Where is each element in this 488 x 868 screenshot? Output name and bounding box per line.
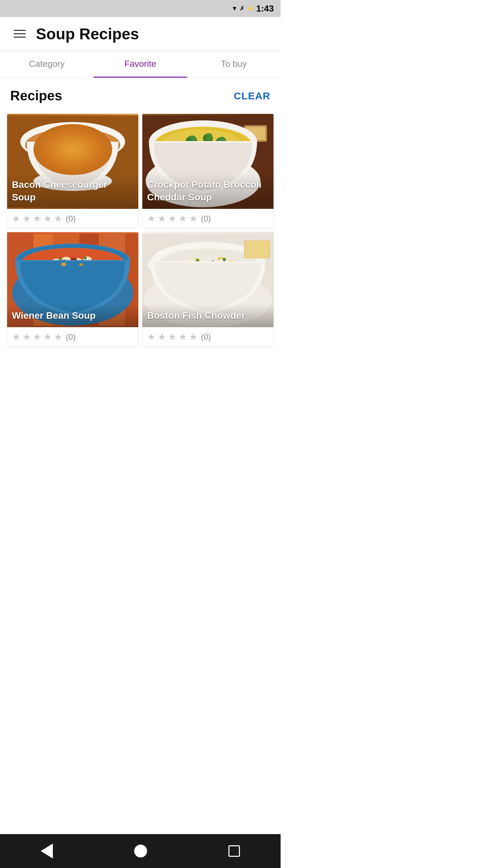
review-count-4: (0)	[201, 332, 211, 342]
star-3: ★	[168, 331, 177, 342]
tab-category[interactable]: Category	[0, 51, 94, 78]
svg-rect-9	[80, 128, 86, 145]
svg-rect-101	[245, 242, 269, 257]
recipe-footer-2: ★ ★ ★ ★ ★ (0)	[142, 209, 273, 228]
star-4: ★	[43, 213, 52, 224]
svg-rect-10	[62, 133, 66, 148]
app-title: Soup Recipes	[36, 25, 139, 43]
recipe-name-boston-fish-chowder: Boston Fish Chowder	[147, 310, 245, 321]
tab-category-label: Category	[29, 59, 65, 69]
hamburger-line-1	[14, 30, 26, 31]
review-count-3: (0)	[66, 332, 76, 342]
tab-favorite-label: Favorite	[124, 59, 156, 69]
recipe-footer-3: ★ ★ ★ ★ ★ (0)	[7, 327, 138, 347]
recipe-card-wiener-bean-soup[interactable]: Wiener Bean Soup ★ ★ ★ ★ ★ (0)	[7, 232, 139, 347]
recipe-name-overlay-3: Wiener Bean Soup	[7, 304, 138, 327]
recipe-footer-1: ★ ★ ★ ★ ★ (0)	[7, 209, 138, 228]
recipe-name-overlay-1: Bacon Cheeseburger Soup	[7, 173, 138, 209]
star-5: ★	[54, 331, 62, 342]
hamburger-line-2	[14, 33, 26, 34]
signal-icon: ✗	[240, 5, 245, 12]
recipe-image-chowder: Boston Fish Chowder	[142, 232, 273, 327]
recipe-name-bacon-cheeseburger-soup: Bacon Cheeseburger Soup	[12, 179, 107, 202]
star-2: ★	[158, 213, 166, 224]
tab-to-buy-label: To buy	[221, 59, 247, 69]
review-count-1: (0)	[66, 214, 76, 223]
section-title: Recipes	[10, 88, 62, 103]
clear-button[interactable]: CLEAR	[234, 90, 270, 102]
star-1: ★	[12, 213, 20, 224]
content-area: Recipes CLEAR	[0, 78, 281, 354]
svg-point-3	[25, 129, 120, 161]
recipe-grid: Bacon Cheeseburger Soup ★ ★ ★ ★ ★ (0)	[7, 114, 274, 347]
status-icons: ▼ ✗ ⚡ 1:43	[231, 3, 274, 14]
svg-rect-69	[61, 263, 66, 266]
svg-rect-13	[70, 148, 82, 153]
tab-to-buy[interactable]: To buy	[187, 51, 281, 78]
recipe-card-boston-fish-chowder[interactable]: Boston Fish Chowder ★ ★ ★ ★ ★ (0)	[142, 232, 274, 347]
recipe-image-wiener: Wiener Bean Soup	[7, 232, 138, 327]
star-1: ★	[147, 331, 156, 342]
star-4: ★	[179, 213, 187, 224]
star-5: ★	[189, 213, 198, 224]
star-3: ★	[168, 213, 177, 224]
svg-point-4	[27, 129, 119, 159]
svg-point-95	[223, 258, 226, 261]
recipe-name-wiener-bean: Wiener Bean Soup	[12, 310, 96, 321]
svg-rect-7	[71, 125, 74, 147]
app-bar: Soup Recipes	[0, 17, 281, 51]
svg-rect-8	[76, 126, 80, 146]
svg-point-65	[84, 257, 86, 259]
hamburger-menu-button[interactable]	[10, 26, 29, 41]
recipe-name-overlay-2: Crockpot Potato Broccoli Cheddar Soup	[142, 173, 273, 209]
tab-favorite[interactable]: Favorite	[94, 51, 187, 78]
recipe-card-bacon-cheeseburger-soup[interactable]: Bacon Cheeseburger Soup ★ ★ ★ ★ ★ (0)	[7, 114, 139, 229]
svg-rect-6	[64, 127, 68, 146]
svg-point-32	[205, 133, 212, 140]
svg-point-98	[212, 260, 214, 261]
star-1: ★	[147, 213, 156, 224]
recipe-name-overlay-4: Boston Fish Chowder	[142, 304, 273, 327]
star-2: ★	[22, 331, 31, 342]
recipe-image-broccoli: Crockpot Potato Broccoli Cheddar Soup	[142, 114, 273, 209]
star-3: ★	[33, 331, 41, 342]
section-header: Recipes CLEAR	[7, 85, 274, 107]
recipe-footer-4: ★ ★ ★ ★ ★ (0)	[142, 327, 273, 347]
star-3: ★	[33, 213, 41, 224]
svg-rect-15	[62, 151, 70, 156]
star-1: ★	[12, 331, 20, 342]
tab-bar: Category Favorite To buy	[0, 51, 281, 78]
star-4: ★	[179, 331, 187, 342]
svg-rect-12	[61, 143, 75, 150]
star-5: ★	[54, 213, 62, 224]
svg-point-63	[59, 257, 62, 260]
svg-rect-5	[58, 128, 64, 146]
status-bar: ▼ ✗ ⚡ 1:43	[0, 0, 281, 17]
battery-icon: ⚡	[247, 5, 254, 12]
svg-rect-11	[77, 132, 81, 148]
svg-point-2	[20, 122, 125, 161]
recipe-card-crockpot-potato-broccoli[interactable]: Crockpot Potato Broccoli Cheddar Soup ★ …	[142, 114, 274, 229]
star-2: ★	[158, 331, 166, 342]
svg-rect-14	[81, 144, 91, 149]
hamburger-line-3	[14, 37, 26, 38]
status-time: 1:43	[256, 3, 274, 14]
review-count-2: (0)	[201, 214, 211, 223]
recipe-name-crockpot: Crockpot Potato Broccoli Cheddar Soup	[147, 179, 262, 202]
star-2: ★	[22, 213, 31, 224]
star-4: ★	[43, 331, 52, 342]
svg-rect-70	[79, 263, 83, 266]
star-5: ★	[189, 331, 198, 342]
recipe-image-bacon-cheeseburger-soup: Bacon Cheeseburger Soup	[7, 114, 138, 209]
wifi-icon: ▼	[231, 5, 238, 12]
